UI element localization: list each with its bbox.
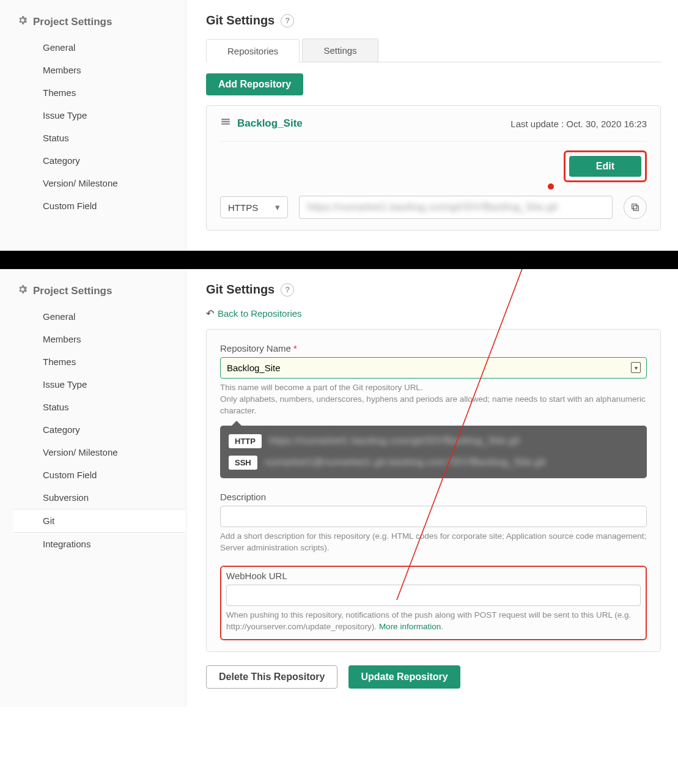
svg-rect-3 <box>633 205 638 210</box>
edit-repo-button[interactable]: Edit <box>569 156 641 177</box>
sidebar-top: Project Settings General Members Themes … <box>0 0 186 251</box>
svg-rect-2 <box>221 124 230 125</box>
description-input[interactable] <box>220 506 647 527</box>
protocol-dropdown[interactable]: HTTPS ▾ <box>220 196 288 218</box>
svg-rect-0 <box>221 119 230 120</box>
sidebar-item-version-milestone[interactable]: Version/ Milestone <box>33 441 186 464</box>
copy-url-button[interactable] <box>624 196 647 219</box>
sidebar-item-status[interactable]: Status <box>33 396 186 418</box>
webhook-url-input[interactable] <box>226 585 641 606</box>
svg-rect-1 <box>221 121 230 122</box>
repo-last-update: Last update : Oct. 30, 2020 16:23 <box>510 119 647 129</box>
webhook-label: WebHook URL <box>226 571 641 581</box>
repo-name-label: Repository Name * <box>220 343 647 353</box>
webhook-more-info-link[interactable]: More information <box>379 622 441 631</box>
webhook-highlight: WebHook URL When pushing to this reposit… <box>220 566 647 640</box>
webhook-hint: When pushing to this repository, notific… <box>226 610 641 633</box>
description-hint: Add a short description for this reposit… <box>220 531 647 554</box>
help-icon[interactable]: ? <box>281 14 294 28</box>
sidebar-item-issue-type[interactable]: Issue Type <box>33 373 186 396</box>
sidebar-item-general[interactable]: General <box>33 305 186 328</box>
chevron-down-icon: ▾ <box>275 202 280 213</box>
update-repository-button[interactable]: Update Repository <box>348 665 460 689</box>
sidebar-item-status[interactable]: Status <box>33 127 186 149</box>
annotation-dot <box>548 183 554 190</box>
back-to-repositories-link[interactable]: Back to Repositories <box>218 308 302 319</box>
sidebar-item-general[interactable]: General <box>33 36 186 59</box>
repo-icon <box>220 117 231 130</box>
gear-icon <box>17 284 28 298</box>
repository-card: Backlog_Site Last update : Oct. 30, 2020… <box>206 105 661 231</box>
edit-repo-form: Repository Name * ▾ This name will becom… <box>206 329 661 652</box>
tab-repositories[interactable]: Repositories <box>206 39 300 62</box>
sidebar-item-version-milestone[interactable]: Version/ Milestone <box>33 172 186 194</box>
gear-icon <box>17 15 28 29</box>
repo-name-link[interactable]: Backlog_Site <box>237 117 303 130</box>
http-chip: HTTP <box>229 434 262 448</box>
tab-settings[interactable]: Settings <box>302 39 378 62</box>
svg-rect-4 <box>632 204 637 209</box>
help-icon[interactable]: ? <box>281 283 294 297</box>
edit-highlight: Edit <box>564 150 647 182</box>
ssh-url: numarket1@numarket1.git.backlog.com:/SIV… <box>265 457 546 468</box>
sidebar-item-integrations[interactable]: Integrations <box>33 533 186 555</box>
clone-urls-box: HTTP https://numarket1.backlog.com/git/S… <box>220 426 647 478</box>
sidebar-item-themes[interactable]: Themes <box>33 350 186 373</box>
sidebar-title: Project Settings <box>33 16 112 28</box>
back-icon: ↶ <box>206 308 214 319</box>
repo-name-input[interactable] <box>220 357 647 379</box>
page-title: Git Settings <box>206 283 275 297</box>
ssh-chip: SSH <box>229 456 257 470</box>
sidebar-item-issue-type[interactable]: Issue Type <box>33 104 186 127</box>
sidebar-item-custom-field[interactable]: Custom Field <box>33 464 186 486</box>
http-url: https://numarket1.backlog.com/git/SIV/Ba… <box>269 435 520 446</box>
page-title: Git Settings <box>206 13 275 28</box>
sidebar-item-category[interactable]: Category <box>33 418 186 441</box>
sidebar-bottom: Project Settings General Members Themes … <box>0 269 186 707</box>
sidebar-item-git[interactable]: Git <box>13 509 186 533</box>
autofill-icon: ▾ <box>631 362 641 373</box>
add-repository-button[interactable]: Add Repository <box>206 73 303 95</box>
clone-url-field[interactable]: https://numarket1.backlog.com/git/SIV/Ba… <box>299 196 613 219</box>
sidebar-item-themes[interactable]: Themes <box>33 81 186 104</box>
sidebar-title: Project Settings <box>33 285 112 297</box>
repo-name-hint: This name will become a part of the Git … <box>220 382 647 417</box>
sidebar-item-custom-field[interactable]: Custom Field <box>33 194 186 217</box>
sidebar-item-category[interactable]: Category <box>33 149 186 172</box>
sidebar-item-subversion[interactable]: Subversion <box>33 486 186 509</box>
sidebar-item-members[interactable]: Members <box>33 328 186 350</box>
delete-repository-button[interactable]: Delete This Repository <box>206 665 337 689</box>
description-label: Description <box>220 492 647 502</box>
sidebar-item-members[interactable]: Members <box>33 59 186 81</box>
